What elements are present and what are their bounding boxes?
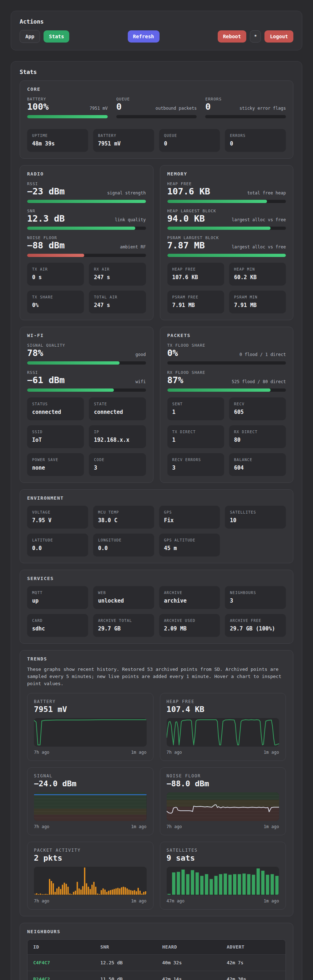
tile-voltage: VOLTAGE7.95 V [27,506,88,528]
neighbour-heard: 42m 14s [156,971,221,980]
tile-mqtt: MQTTup [27,586,88,609]
signal-chart-plot[interactable] [34,792,147,821]
core-tile-grid: UPTIME48m 39s BATTERY7951 mV QUEUE0 ERRO… [27,129,286,152]
services-section-title: SERVICES [27,576,286,581]
noise-floor-chart-plot[interactable] [167,792,280,821]
tile-psram-free: PSRAM FREE7.91 MB [168,291,224,313]
col-header-snr: SNR [95,940,156,955]
tile-balance: BALANCE604 [229,453,286,476]
reboot-button[interactable]: Reboot [218,30,247,43]
tile-queue: QUEUE0 [159,129,220,152]
tile-archive-used: ARCHIVE USED2.09 MB [159,614,220,637]
hero-noise-floor: NOISE FLOOR −88 dBmambient RF [27,235,146,257]
tile-tx-air: TX AIR0 s [27,263,84,286]
hero-rx-flood: RX FLOOD SHARE 87%525 flood / 80 direct [168,370,286,392]
heap-free-progress-bar [168,200,286,203]
tx-flood-progress-bar [168,361,286,364]
rssi-progress-bar [27,200,146,203]
environment-tile-grid: VOLTAGE7.95 V MCU TEMP38.0 C GPSFix SATE… [27,506,286,557]
hero-value: 100% [27,102,49,112]
wifi-tile-grid: STATUSconnected STATEconnected SSIDIoT I… [27,398,146,476]
services-section: SERVICES MQTTup WEBunlocked ARCHIVEarchi… [20,570,293,644]
tile-heap-free: HEAP FREE107.6 KB [168,263,224,286]
app-button[interactable]: App [20,30,40,43]
tile-battery: BATTERY7951 mV [93,129,154,152]
tile-rx-air: RX AIR247 s [89,263,145,286]
tile-ip: IP192.168.x.x [89,425,145,448]
x-axis-start-label: 7h ago [34,899,49,904]
tile-card: CARDsdhc [27,614,88,637]
services-tile-grid: MQTTup WEBunlocked ARCHIVEarchive NEIGHB… [27,586,286,637]
x-axis-start-label: 7h ago [34,750,49,755]
tile-sent: SENT1 [168,398,224,420]
heap-free-chart-plot[interactable] [167,718,280,747]
stats-button[interactable]: Stats [44,30,69,43]
asterisk-button[interactable]: * [250,30,261,43]
neighbour-snr: 11.50 dB [95,971,156,980]
snr-progress-bar [27,227,146,230]
col-header-advert: ADVERT [221,940,286,955]
environment-section: ENVIRONMENT VOLTAGE7.95 V MCU TEMP38.0 C… [20,489,293,563]
tile-code: CODE3 [89,453,145,476]
hero-core-queue: QUEUE 0 outbound packets [116,97,197,118]
tile-ssid: SSIDIoT [27,425,84,448]
neighbour-id-link[interactable]: C4F4C7 [27,954,95,971]
radio-tile-grid: TX AIR0 s RX AIR247 s TX SHARE0% TOTAL A… [27,263,146,313]
environment-section-title: ENVIRONMENT [27,495,286,501]
packets-tile-grid: SENT1 RECV605 TX DIRECT1 RX DIRECT80 REC… [168,398,286,476]
x-axis-end-label: 1m ago [131,750,146,755]
errors-progress-bar [205,115,286,118]
trends-chart-grid: BATTERY 7951 mV 7h ago1m ago HEAP FREE 1… [27,693,286,910]
refresh-button[interactable]: Refresh [128,30,160,43]
hero-heap-largest: HEAP LARGEST BLOCK 94.0 KBlargest alloc … [168,209,286,230]
core-section: CORE BATTERY 100% 7951 mV QUEUE 0 outbou… [20,80,293,159]
x-axis-start-label: 47m ago [167,899,185,904]
stats-card: Stats CORE BATTERY 100% 7951 mV QUEUE 0 … [11,61,302,980]
tile-archive: ARCHIVEarchive [159,586,220,609]
heap-largest-progress-bar [168,227,286,230]
tile-rx-direct: RX DIRECT80 [229,425,286,448]
packets-section-title: PACKETS [168,333,286,338]
tile-archive-free: ARCHIVE FREE29.7 GB (100%) [225,614,286,637]
radio-section-title: RADIO [27,171,146,177]
battery-chart-plot[interactable] [34,718,147,747]
neighbour-heard: 40m 32s [156,954,221,971]
satellites-chart-plot[interactable] [167,867,280,895]
trends-description: These graphs show recent history. Restor… [27,666,286,687]
wifi-packets-row: WI-FI SIGNAL QUALITY 78%good RSSI −61 dB… [20,327,293,483]
neighbour-row: C4F4C7 12.25 dB 40m 32s 42m 7s [27,954,286,971]
heap-free-chart-card: HEAP FREE 107.4 KB 7h ago1m ago [160,693,286,761]
hero-sub: outbound packets [156,106,197,112]
packet-activity-chart-plot[interactable] [34,867,147,895]
satellites-chart-card: SATELLITES 9 sats 47m ago1m ago [160,842,286,910]
signal-quality-progress-bar [27,361,146,364]
rx-flood-progress-bar [168,388,286,392]
radio-memory-row: RADIO RSSI −23 dBmsignal strength SNR 12… [20,165,293,320]
packet-activity-chart-card: PACKET ACTIVITY 2 pkts 7h ago1m ago [27,842,153,910]
neighbours-section-title: NEIGHBOURS [27,929,286,934]
trends-section-title: TRENDS [27,656,286,662]
col-header-id: ID [27,940,95,955]
tile-web: WEBunlocked [93,586,154,609]
tile-power-save: POWER SAVEnone [27,453,84,476]
battery-progress-bar [27,115,108,118]
neighbour-advert: 42m 30s [221,971,286,980]
x-axis-start-label: 7h ago [167,824,182,829]
neighbour-id-link[interactable]: B244C2 [27,971,95,980]
logout-button[interactable]: Logout [264,30,293,43]
neighbour-advert: 42m 7s [221,954,286,971]
hero-signal-quality: SIGNAL QUALITY 78%good [27,343,146,364]
neighbour-snr: 12.25 dB [95,954,156,971]
core-section-title: CORE [27,86,286,92]
core-hero-grid: BATTERY 100% 7951 mV QUEUE 0 outbound pa… [27,97,286,124]
tile-gps: GPSFix [159,506,220,528]
hero-sub: sticky error flags [239,106,286,112]
radio-section: RADIO RSSI −23 dBmsignal strength SNR 12… [20,165,153,320]
psram-largest-progress-bar [168,254,286,257]
x-axis-start-label: 7h ago [167,750,182,755]
hero-wifi-rssi: RSSI −61 dBmwifi [27,370,146,392]
tile-longitude: LONGITUDE0.0 [93,534,154,557]
wifi-section: WI-FI SIGNAL QUALITY 78%good RSSI −61 dB… [20,327,153,483]
tile-heap-min: HEAP MIN60.2 KB [229,263,286,286]
tile-total-air: TOTAL AIR247 s [89,291,145,313]
